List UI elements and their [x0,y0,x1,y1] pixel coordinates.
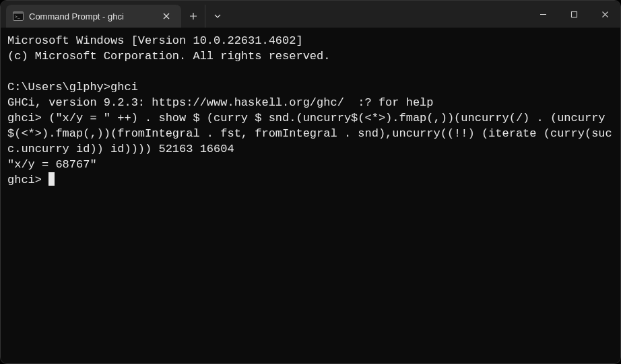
tab-command-prompt[interactable]: >_ Command Prompt - ghci [6,5,181,28]
terminal-line: C:\Users\glphy>ghci [7,81,138,94]
minimize-button[interactable] [527,1,558,28]
svg-text:>_: >_ [15,14,20,20]
tab-dropdown-button[interactable] [205,5,230,28]
close-button[interactable] [589,1,620,28]
terminal-body[interactable]: Microsoft Windows [Version 10.0.22631.46… [1,28,620,363]
terminal-line: ghci> ("x/y = " ++) . show $ (curry $ sn… [7,112,612,155]
window-controls [527,1,620,28]
new-tab-button[interactable] [181,5,205,28]
terminal-prompt: ghci> [7,174,48,186]
tab-close-button[interactable] [158,8,174,24]
terminal-line: (c) Microsoft Corporation. All rights re… [7,50,330,63]
terminal-line: "x/y = 68767" [7,158,97,171]
terminal-line: GHCi, version 9.2.3: https://www.haskell… [7,96,434,109]
terminal-window: >_ Command Prompt - ghci [0,0,621,364]
title-bar: >_ Command Prompt - ghci [1,1,620,28]
cursor [48,172,55,186]
tab-title: Command Prompt - ghci [29,11,153,22]
terminal-line: Microsoft Windows [Version 10.0.22631.46… [7,34,303,47]
cmd-icon: >_ [13,11,24,22]
maximize-button[interactable] [558,1,589,28]
svg-rect-8 [571,11,577,17]
